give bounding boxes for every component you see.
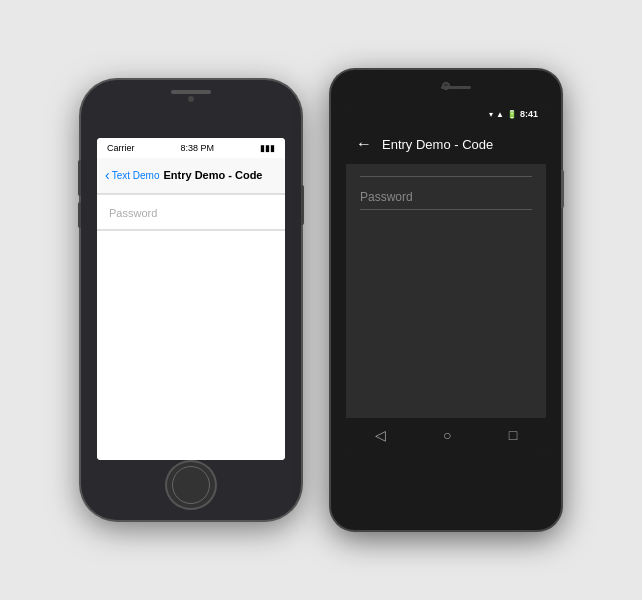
android-time: 8:41 xyxy=(520,109,538,119)
android-home-nav-icon[interactable]: ○ xyxy=(443,427,451,443)
ios-home-button[interactable] xyxy=(165,460,217,510)
android-toolbar-title: Entry Demo - Code xyxy=(382,137,493,152)
ios-volume-down-button[interactable] xyxy=(78,202,81,228)
ios-status-bar: Carrier 8:38 PM ▮▮▮ xyxy=(97,138,285,158)
ios-carrier: Carrier xyxy=(107,143,135,153)
ios-back-button[interactable]: ‹ Text Demo xyxy=(105,169,159,182)
android-recents-nav-icon[interactable]: □ xyxy=(509,427,517,443)
ios-bottom-separator xyxy=(97,230,285,231)
ios-nav-title: Entry Demo - Code xyxy=(163,169,262,181)
ios-mute-button[interactable] xyxy=(78,160,81,178)
android-screen: ▾ ▲ 🔋 8:41 ← Entry Demo - Code Password … xyxy=(346,104,546,452)
ios-password-row[interactable]: Password xyxy=(97,195,285,230)
android-toolbar: ← Entry Demo - Code xyxy=(346,124,546,164)
ios-phone: Carrier 8:38 PM ▮▮▮ ‹ Text Demo Entry De… xyxy=(81,80,301,520)
android-battery-icon: 🔋 xyxy=(507,110,517,119)
android-wifi-icon: ▾ xyxy=(489,110,493,119)
ios-back-chevron-icon: ‹ xyxy=(105,168,110,182)
ios-speaker xyxy=(171,90,211,94)
android-back-nav-icon[interactable]: ◁ xyxy=(375,427,386,443)
android-power-button[interactable] xyxy=(561,170,564,208)
android-speaker xyxy=(441,86,471,89)
android-nav-bar: ◁ ○ □ xyxy=(346,418,546,452)
android-back-icon[interactable]: ← xyxy=(356,135,372,153)
android-content: Password xyxy=(346,164,546,418)
android-phone: ▾ ▲ 🔋 8:41 ← Entry Demo - Code Password … xyxy=(331,70,561,530)
android-status-bar: ▾ ▲ 🔋 8:41 xyxy=(346,104,546,124)
android-password-row[interactable]: Password xyxy=(360,177,532,214)
ios-screen: Carrier 8:38 PM ▮▮▮ ‹ Text Demo Entry De… xyxy=(97,138,285,460)
android-password-placeholder: Password xyxy=(360,190,413,204)
android-status-icons: ▾ ▲ 🔋 8:41 xyxy=(489,109,538,119)
android-input-underline xyxy=(360,209,532,210)
ios-power-button[interactable] xyxy=(301,185,304,225)
ios-back-label[interactable]: Text Demo xyxy=(112,170,160,181)
ios-nav-bar: ‹ Text Demo Entry Demo - Code xyxy=(97,158,285,194)
android-signal-icon: ▲ xyxy=(496,110,504,119)
ios-camera xyxy=(188,96,194,102)
ios-content: Password xyxy=(97,194,285,460)
ios-password-placeholder: Password xyxy=(109,207,157,219)
ios-battery: ▮▮▮ xyxy=(260,143,275,153)
ios-time: 8:38 PM xyxy=(180,143,214,153)
